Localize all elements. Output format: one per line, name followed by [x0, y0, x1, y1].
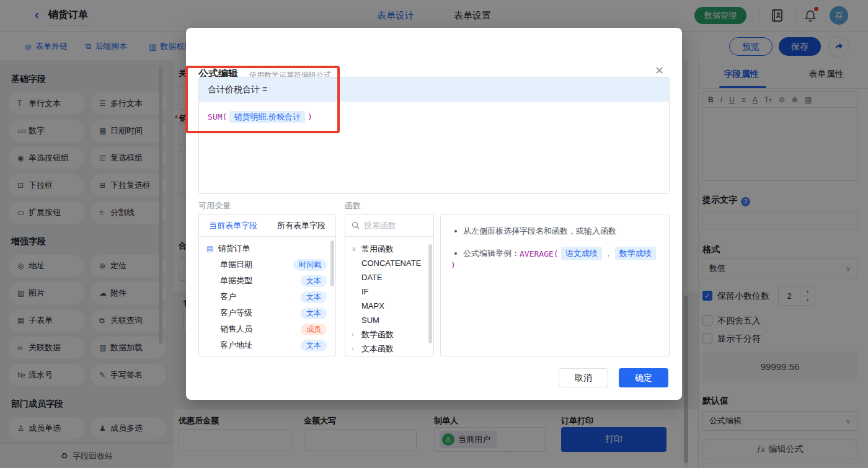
example-function: AVERAGE( — [520, 249, 559, 258]
tab-current-form-fields[interactable]: 当前表单字段 — [199, 214, 267, 236]
functions-pane-label: 函数 — [345, 200, 361, 211]
close-icon[interactable]: ✕ — [655, 64, 664, 77]
form-doc-icon: ▤ — [206, 244, 213, 253]
app-window: ‹ 销货订单 表单设计 表单设置 数据管理 存 ⊘ 表单外链 ⧉ 后端脚本 ▥ … — [0, 0, 868, 468]
variables-pane-label: 可用变量 — [198, 200, 231, 211]
type-badge: 时间戳 — [293, 259, 327, 271]
formula-editor-modal: 公式编辑 使用数学运算符编辑公式 ✕ 合计价税合计 = SUM(销货明细.价税合… — [186, 28, 682, 400]
chevron-expanded-icon: ∨ — [352, 245, 358, 252]
formula-editor[interactable]: 合计价税合计 = SUM(销货明细.价税合计) — [198, 77, 670, 194]
tree-root-form[interactable]: ▤ 销货订单 — [199, 241, 335, 257]
variable-row[interactable]: 客户等级文本 — [199, 305, 335, 321]
type-badge: 文本 — [301, 275, 327, 287]
type-badge: 成员 — [301, 324, 327, 335]
type-badge: 文本 — [301, 307, 327, 319]
function-search[interactable] — [345, 214, 433, 237]
function-item[interactable]: IF — [345, 285, 433, 299]
formula-field-chip[interactable]: 销货明细.价税合计 — [229, 111, 305, 123]
cancel-button[interactable]: 取消 — [559, 368, 608, 387]
bullet-icon — [454, 252, 457, 255]
help-line-2: 公式编辑举例： AVERAGE( 语文成绩 ， 数学成绩 ) — [451, 247, 659, 270]
type-badge: 文本 — [301, 291, 327, 303]
function-item[interactable]: DATE — [345, 270, 433, 285]
function-group-text[interactable]: ›文本函数 — [345, 342, 433, 356]
formula-help-pane: 从左侧面板选择字段名和函数，或输入函数 公式编辑举例： AVERAGE( 语文成… — [440, 214, 670, 356]
confirm-button[interactable]: 确定 — [619, 368, 668, 387]
bullet-icon — [454, 230, 457, 232]
functions-pane: ∨常用函数 CONCATENATE DATE IF MAPX SUM ›数学函数… — [345, 214, 434, 356]
formula-function-open: SUM( — [208, 112, 227, 121]
help-line-1: 从左侧面板选择字段名和函数，或输入函数 — [451, 226, 659, 237]
variable-row[interactable]: 单据日期时间戳 — [199, 257, 335, 273]
tab-all-form-fields[interactable]: 所有表单字段 — [267, 214, 335, 236]
formula-function-close: ) — [308, 112, 312, 121]
search-icon — [352, 221, 360, 229]
chevron-collapsed-icon: › — [352, 345, 358, 352]
chevron-collapsed-icon: › — [352, 331, 358, 338]
variables-scrollbar-thumb[interactable] — [330, 241, 334, 286]
variable-row[interactable]: 客户地址文本 — [199, 337, 335, 353]
function-group-math[interactable]: ›数学函数 — [345, 327, 433, 342]
function-group-common[interactable]: ∨常用函数 — [345, 242, 433, 256]
variable-row[interactable]: 客户文本 — [199, 289, 335, 305]
example-field-chip: 语文成绩 — [561, 247, 602, 260]
variables-tabs: 当前表单字段 所有表单字段 — [199, 214, 335, 237]
formula-expression[interactable]: SUM(销货明细.价税合计) — [199, 102, 669, 133]
formula-target: 合计价税合计 = — [199, 77, 669, 102]
example-field-chip: 数学成绩 — [615, 247, 656, 260]
type-badge: 文本 — [301, 340, 327, 351]
functions-scrollbar-thumb[interactable] — [428, 244, 432, 343]
function-item[interactable]: SUM — [345, 313, 433, 327]
variable-row[interactable]: 单据类型文本 — [199, 273, 335, 289]
function-item[interactable]: CONCATENATE — [345, 256, 433, 270]
variables-pane: 当前表单字段 所有表单字段 ▤ 销货订单 单据日期时间戳 单据类型文本 客户文本… — [198, 214, 336, 356]
variable-row[interactable]: 销售人员成员 — [199, 321, 335, 337]
function-search-input[interactable] — [364, 221, 423, 230]
function-item[interactable]: MAPX — [345, 299, 433, 313]
